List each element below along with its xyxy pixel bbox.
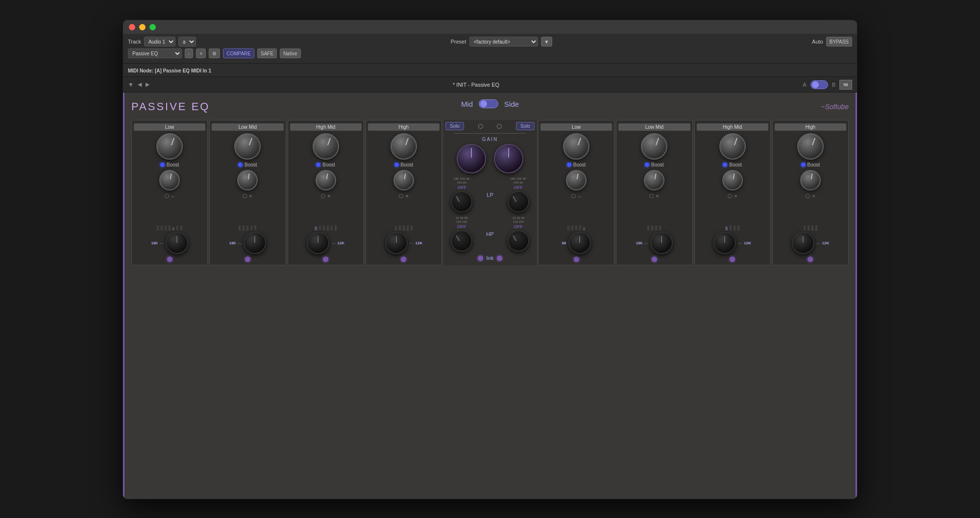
mid-low-boost-knob-wrap (156, 133, 183, 160)
side-highmid-atten-knob[interactable] (722, 170, 743, 190)
mid-highmid-boost-knob-wrap (313, 133, 339, 160)
ab-toggle[interactable] (810, 80, 828, 89)
main-window: Track Audio 1 a Preset <factory default>… (122, 20, 858, 499)
side-highmid-freq-knob[interactable] (713, 232, 736, 254)
side-lowmid-boost-knob-wrap (641, 133, 667, 160)
mid-lowmid-freq-knob[interactable] (244, 232, 266, 254)
mid-high-freq-knob[interactable] (385, 232, 408, 254)
mid-highmid-boost-indicator: Boost (316, 162, 335, 167)
side-high-boost-knob[interactable] (797, 133, 824, 160)
side-high-shelf-indicator: ⋄ (806, 193, 815, 199)
preset-select[interactable]: <factory default> (469, 37, 538, 47)
side-low-boost-indicator: Boost (567, 162, 586, 167)
band-header-side-high: High (775, 123, 846, 131)
mid-lowmid-boost-knob[interactable] (234, 133, 261, 160)
ni-logo: NI (839, 80, 852, 90)
side-low-freq-knob[interactable] (568, 232, 591, 254)
mid-low-boost-indicator: Boost (160, 162, 179, 167)
mid-lp-knob[interactable] (451, 191, 472, 212)
settings-button[interactable]: ⚙ (209, 48, 220, 58)
mid-highmid-boost-knob[interactable] (313, 133, 339, 160)
side-lowmid-atten-knob[interactable] (644, 170, 664, 190)
minimize-button[interactable] (139, 24, 146, 30)
close-button[interactable] (129, 24, 135, 30)
band-col-mid-high: High Boost ⋄ (366, 120, 442, 265)
mid-low-freq-knob[interactable] (166, 232, 188, 254)
mid-high-shelf-indicator: ⋄ (399, 193, 409, 199)
mid-highmid-atten-knob[interactable] (316, 170, 336, 190)
side-lowmid-link-dot (652, 257, 657, 262)
audio-input-select[interactable]: Audio 1 (144, 37, 175, 47)
side-gain-knob[interactable] (494, 144, 523, 173)
side-high-boost-knob-wrap (797, 133, 824, 160)
side-highmid-boost-text: Boost (729, 162, 742, 167)
audio-sub-select[interactable]: a (178, 37, 196, 47)
plugin-select[interactable]: Passive EQ (128, 48, 182, 58)
mid-low-shelf-led (165, 194, 169, 198)
mid-high-shelf-symbol: ⋄ (405, 193, 409, 199)
prev-preset-button[interactable]: ◀ (138, 81, 142, 88)
side-high-atten-knob[interactable] (800, 170, 821, 190)
side-highmid-boost-knob[interactable] (719, 133, 746, 160)
side-lowmid-freq-knob[interactable] (650, 232, 673, 254)
titlebar (123, 20, 857, 34)
mid-highmid-shelf-led (321, 194, 325, 198)
side-solo-indicator (497, 124, 502, 129)
side-lowmid-shelf-indicator: ⋄ (649, 193, 659, 199)
mid-high-boost-led (394, 163, 399, 167)
side-solo-button[interactable]: Solo (516, 122, 535, 130)
mid-highmid-boost-text: Boost (322, 162, 335, 167)
mid-side-toggle[interactable] (479, 99, 498, 108)
mid-high-boost-knob-wrap (391, 133, 417, 160)
side-lp-knob[interactable] (508, 191, 529, 212)
track-label: Track (128, 39, 141, 45)
compare-button[interactable]: COMPARE (223, 48, 254, 58)
menu-chevron[interactable]: ▼ (128, 81, 134, 88)
side-high-shelf-symbol: ⋄ (812, 193, 815, 199)
mid-high-atten-knob[interactable] (393, 170, 414, 190)
midibar: MIDI Node: [A] Passive EQ MIDI In 1 (123, 64, 857, 77)
mid-solo-button[interactable]: Solo (445, 122, 464, 130)
minus-button[interactable]: - (185, 48, 193, 58)
mid-high-shelf-led (399, 194, 403, 198)
side-lowmid-atten-knob-wrap (644, 170, 664, 190)
lp-label: LP (487, 192, 493, 198)
safe-button[interactable]: SAFE (257, 48, 277, 58)
midi-node-text: MIDI Node: [A] Passive EQ MIDI In 1 (128, 68, 211, 73)
mid-low-atten-knob[interactable] (159, 170, 180, 190)
mid-low-boost-text: Boost (167, 162, 179, 167)
maximize-button[interactable] (149, 24, 156, 30)
side-low-boost-knob[interactable] (563, 133, 589, 160)
mid-low-atten-knob-wrap (159, 170, 180, 190)
preset-arrow-button[interactable]: ▼ (541, 37, 553, 47)
plus-button[interactable]: + (196, 48, 206, 58)
bypass-button[interactable]: BYPASS (826, 37, 852, 47)
mid-lowmid-shelf-symbol: ⋄ (249, 193, 252, 199)
next-preset-button[interactable]: ▶ (146, 81, 149, 88)
side-highmid-shelf-symbol: ⋄ (734, 193, 737, 199)
mid-highmid-link-dot (323, 257, 328, 262)
plugin-title: PASSIVE EQ (131, 100, 210, 113)
mid-hp-knob[interactable] (451, 230, 472, 252)
preset-label: Preset (451, 39, 466, 45)
mid-high-boost-indicator: Boost (394, 162, 414, 167)
mid-lowmid-boost-indicator: Boost (238, 162, 257, 167)
side-lowmid-boost-text: Boost (651, 162, 664, 167)
band-header-side-lowmid: Low Mid (618, 123, 690, 131)
side-lowmid-boost-indicator: Boost (645, 162, 664, 167)
side-low-atten-knob[interactable] (566, 170, 587, 190)
mid-highmid-freq-knob[interactable] (307, 232, 329, 254)
mid-gain-knob[interactable] (457, 144, 486, 173)
mid-lowmid-atten-knob[interactable] (237, 170, 258, 190)
native-button[interactable]: Native (280, 48, 300, 58)
side-high-freq-knob[interactable] (792, 232, 814, 254)
mid-high-boost-knob[interactable] (391, 133, 417, 160)
side-lowmid-boost-knob[interactable] (641, 133, 667, 160)
side-low-atten-knob-wrap (566, 170, 587, 190)
side-high-boost-led (801, 163, 806, 167)
mid-low-shelf-indicator: ⌣ (165, 193, 174, 199)
a-label: A (803, 82, 806, 88)
side-hp-knob[interactable] (508, 230, 529, 252)
side-low-boost-led (567, 163, 571, 167)
mid-low-boost-knob[interactable] (156, 133, 183, 160)
